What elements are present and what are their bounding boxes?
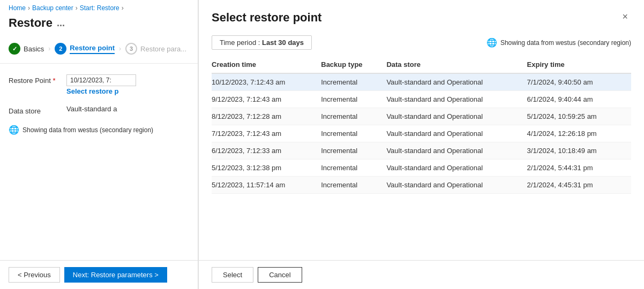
- restore-point-label: Restore Point *: [9, 74, 62, 85]
- cell-creation_time: 5/12/2023, 11:57:14 am: [212, 177, 321, 194]
- col-creation-time: Creation time: [212, 56, 321, 73]
- table-header-row: Creation time Backup type Data store Exp…: [212, 56, 631, 73]
- modal-toolbar: Time period : Last 30 days 🌐 Showing dat…: [199, 31, 644, 56]
- cell-backup_type: Incremental: [321, 91, 386, 108]
- cell-expiry_time: 2/1/2024, 4:45:31 pm: [527, 177, 631, 194]
- restore-point-row: Restore Point * Select restore p: [9, 74, 189, 95]
- breadcrumb-backup-center[interactable]: Backup center: [32, 4, 73, 12]
- cell-data_store: Vault-standard and Operational: [386, 159, 527, 177]
- step-restore-point[interactable]: 2 Restore point: [55, 43, 115, 55]
- time-period-value: Last 30 days: [262, 39, 304, 47]
- time-period-prefix: Time period :: [220, 39, 262, 47]
- cell-creation_time: 9/12/2023, 7:12:43 am: [212, 91, 321, 108]
- step-restore-point-circle: 2: [55, 43, 66, 55]
- cell-creation_time: 8/12/2023, 7:12:28 am: [212, 108, 321, 125]
- region-text: Showing data from westus (secondary regi…: [23, 126, 153, 134]
- left-panel: Home › Backup center › Start: Restore › …: [0, 0, 198, 289]
- cell-creation_time: 6/12/2023, 7:12:33 am: [212, 142, 321, 159]
- cell-data_store: Vault-standard and Operational: [386, 91, 527, 108]
- modal-region-text: Showing data from westus (secondary regi…: [500, 39, 631, 47]
- table-row[interactable]: 8/12/2023, 7:12:28 amIncrementalVault-st…: [212, 108, 631, 125]
- cell-expiry_time: 4/1/2024, 12:26:18 pm: [527, 125, 631, 142]
- col-data-store: Data store: [386, 56, 527, 73]
- step-restore-params-label: Restore para...: [140, 45, 186, 53]
- col-backup-type: Backup type: [321, 56, 386, 73]
- globe-icon: 🌐: [9, 125, 19, 135]
- table-row[interactable]: 5/12/2023, 3:12:38 pmIncrementalVault-st…: [212, 159, 631, 177]
- cell-backup_type: Incremental: [321, 177, 386, 194]
- breadcrumb-start-restore[interactable]: Start: Restore: [80, 4, 119, 12]
- cell-expiry_time: 2/1/2024, 5:44:31 pm: [527, 159, 631, 177]
- cell-data_store: Vault-standard and Operational: [386, 125, 527, 142]
- step-basics[interactable]: ✓ Basics: [9, 43, 44, 55]
- cell-data_store: Vault-standard and Operational: [386, 177, 527, 194]
- steps-bar: ✓ Basics › 2 Restore point › 3 Restore p…: [0, 39, 198, 64]
- cell-creation_time: 5/12/2023, 3:12:38 pm: [212, 159, 321, 177]
- data-store-label: Data store: [9, 105, 62, 115]
- cell-creation_time: 7/12/2023, 7:12:43 am: [212, 125, 321, 142]
- restore-point-input[interactable]: [66, 74, 136, 86]
- table-row[interactable]: 9/12/2023, 7:12:43 amIncrementalVault-st…: [212, 91, 631, 108]
- cell-backup_type: Incremental: [321, 142, 386, 159]
- table-row[interactable]: 7/12/2023, 7:12:43 amIncrementalVault-st…: [212, 125, 631, 142]
- modal-close-button[interactable]: ×: [619, 11, 631, 22]
- modal-title: Select restore point: [212, 11, 321, 25]
- modal-region-badge: 🌐 Showing data from westus (secondary re…: [486, 37, 631, 48]
- page-title-menu[interactable]: ...: [57, 18, 65, 29]
- table-row[interactable]: 5/12/2023, 11:57:14 amIncrementalVault-s…: [212, 177, 631, 194]
- restore-points-table: Creation time Backup type Data store Exp…: [212, 56, 631, 194]
- modal-globe-icon: 🌐: [486, 37, 497, 48]
- data-store-value: Vault-standard a: [66, 105, 189, 113]
- time-period-button[interactable]: Time period : Last 30 days: [212, 35, 312, 50]
- step-basics-circle: ✓: [9, 43, 20, 55]
- cell-expiry_time: 6/1/2024, 9:40:44 am: [527, 91, 631, 108]
- cancel-button[interactable]: Cancel: [258, 267, 302, 283]
- page-title-row: Restore ...: [0, 15, 198, 39]
- step-restore-params-circle: 3: [125, 43, 137, 55]
- cell-data_store: Vault-standard and Operational: [386, 108, 527, 125]
- left-bottom-bar: < Previous Next: Restore parameters >: [0, 260, 198, 289]
- cell-data_store: Vault-standard and Operational: [386, 73, 527, 91]
- step-basics-label: Basics: [24, 45, 44, 53]
- cell-creation_time: 10/12/2023, 7:12:43 am: [212, 73, 321, 91]
- select-button[interactable]: Select: [212, 267, 253, 283]
- cell-expiry_time: 7/1/2024, 9:40:50 am: [527, 73, 631, 91]
- table-row[interactable]: 10/12/2023, 7:12:43 amIncrementalVault-s…: [212, 73, 631, 91]
- modal-footer: Select Cancel: [199, 260, 644, 289]
- cell-backup_type: Incremental: [321, 108, 386, 125]
- cell-backup_type: Incremental: [321, 159, 386, 177]
- next-button[interactable]: Next: Restore parameters >: [64, 267, 167, 283]
- breadcrumb-home[interactable]: Home: [9, 4, 26, 12]
- modal-table-container: Creation time Backup type Data store Exp…: [199, 56, 644, 260]
- col-expiry-time: Expiry time: [527, 56, 631, 73]
- cell-expiry_time: 3/1/2024, 10:18:49 am: [527, 142, 631, 159]
- page-title: Restore: [9, 16, 53, 30]
- table-body: 10/12/2023, 7:12:43 amIncrementalVault-s…: [212, 73, 631, 194]
- cell-backup_type: Incremental: [321, 73, 386, 91]
- cell-backup_type: Incremental: [321, 125, 386, 142]
- restore-point-value: Select restore p: [66, 74, 189, 95]
- modal-panel: Select restore point × Time period : Las…: [198, 0, 644, 289]
- cell-data_store: Vault-standard and Operational: [386, 142, 527, 159]
- table-row[interactable]: 6/12/2023, 7:12:33 amIncrementalVault-st…: [212, 142, 631, 159]
- region-info: 🌐 Showing data from westus (secondary re…: [9, 125, 189, 135]
- form-area: Restore Point * Select restore p Data st…: [0, 64, 198, 260]
- modal-header: Select restore point ×: [199, 0, 644, 31]
- data-store-row: Data store Vault-standard a: [9, 105, 189, 115]
- required-marker: *: [53, 77, 55, 85]
- step-restore-point-label: Restore point: [70, 44, 115, 54]
- step-restore-params[interactable]: 3 Restore para...: [125, 43, 186, 55]
- breadcrumb: Home › Backup center › Start: Restore ›: [0, 0, 198, 15]
- prev-button[interactable]: < Previous: [9, 267, 60, 283]
- cell-expiry_time: 5/1/2024, 10:59:25 am: [527, 108, 631, 125]
- select-restore-link[interactable]: Select restore p: [66, 87, 189, 95]
